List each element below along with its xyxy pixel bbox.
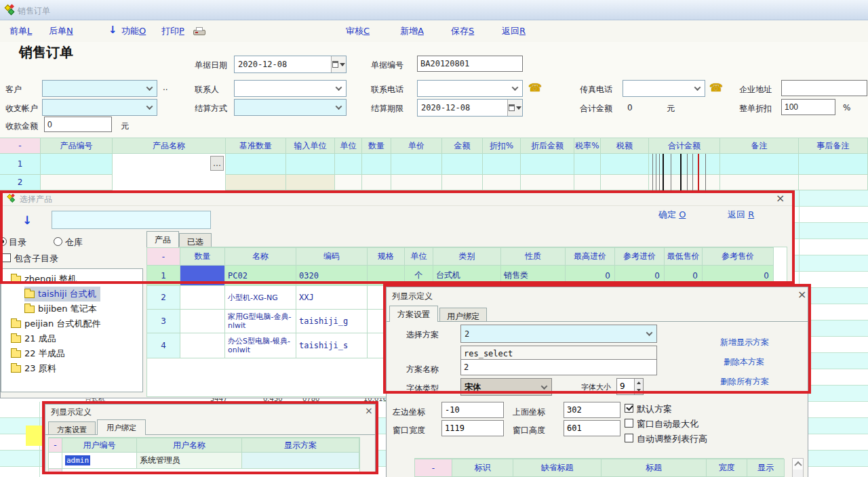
product-code-cell[interactable] xyxy=(41,154,113,175)
left-pos-field[interactable]: -10 xyxy=(441,402,504,418)
product-code-cell[interactable] xyxy=(41,175,113,190)
discounted-amount-cell[interactable] xyxy=(521,175,574,190)
window-titlebar[interactable]: 销售订单 xyxy=(0,0,868,20)
save-button[interactable]: 保存S xyxy=(451,25,474,37)
warehouse-radio[interactable] xyxy=(54,237,62,246)
tree-node-bijiben[interactable]: bijiben 笔记本 xyxy=(24,302,97,316)
tree-node-23[interactable]: 23 原料 xyxy=(11,361,56,376)
auto-maximize-label[interactable]: 窗口自动最大化 xyxy=(637,418,698,430)
calendar-dropdown-button[interactable] xyxy=(507,100,522,116)
name-cell[interactable]: PC02 xyxy=(225,266,296,286)
qty-cell-selected[interactable] xyxy=(180,266,225,286)
grid-header-cell[interactable]: 折扣% xyxy=(483,138,521,154)
base-qty-cell[interactable] xyxy=(226,154,286,175)
price-cell[interactable] xyxy=(391,154,442,175)
grid-header-cell[interactable]: 合计金额 xyxy=(649,138,720,154)
warehouse-radio-label[interactable]: 仓库 xyxy=(65,236,83,249)
font-type-combo[interactable]: 宋体 xyxy=(460,378,552,396)
qty-cell[interactable] xyxy=(362,175,391,190)
grid-header-cell[interactable]: 性质 xyxy=(501,247,566,266)
qty-cell[interactable] xyxy=(180,286,225,310)
grid-header-cell[interactable]: - xyxy=(415,459,452,477)
row-number-cell[interactable]: 3 xyxy=(147,310,180,333)
amount-cell[interactable] xyxy=(442,175,483,190)
ref-buy-cell[interactable]: 0 xyxy=(615,266,665,286)
confirm-link[interactable]: 确定 O xyxy=(658,209,686,221)
grid-header-cell[interactable]: 名称 xyxy=(225,247,296,266)
search-down-arrow-icon[interactable]: ↓ xyxy=(22,213,32,227)
win-width-field[interactable]: 1119 xyxy=(441,420,504,436)
settle-method-select[interactable] xyxy=(234,99,347,116)
grid-header-cell[interactable]: 标题 xyxy=(601,459,707,477)
spinner-buttons[interactable] xyxy=(634,379,643,394)
remark-cell[interactable] xyxy=(720,154,799,175)
scheme-name-field[interactable]: 2 xyxy=(460,359,657,375)
category-cell[interactable]: 台式机 xyxy=(433,266,501,286)
audit-button[interactable]: 审核C xyxy=(346,25,370,37)
post-remark-cell[interactable] xyxy=(799,175,868,190)
close-icon[interactable]: × xyxy=(797,290,806,299)
discount-pct-cell[interactable] xyxy=(483,175,521,190)
delete-scheme-link[interactable]: 删除本方案 xyxy=(724,356,764,368)
row-number-cell[interactable]: 4 xyxy=(147,333,180,358)
calendar-dropdown-button[interactable] xyxy=(331,56,346,72)
discount-pct-cell[interactable] xyxy=(483,154,521,175)
grid-header-cell[interactable]: 最高进价 xyxy=(566,247,615,266)
discounted-amount-cell[interactable] xyxy=(521,154,574,175)
tree-node-21[interactable]: 21 成品 xyxy=(11,331,56,346)
customer-more-button[interactable]: .. xyxy=(163,83,168,92)
down-arrow-icon[interactable]: ↓ xyxy=(108,24,117,36)
remark-cell[interactable] xyxy=(720,175,799,190)
grid-header-cell[interactable]: 数量 xyxy=(180,247,225,266)
tab-selected[interactable]: 已选 xyxy=(179,233,212,247)
return-link[interactable]: 返回 R xyxy=(728,209,754,221)
unit-cell[interactable]: 个 xyxy=(405,266,433,286)
default-scheme-checkbox[interactable] xyxy=(625,404,633,413)
default-scheme-label[interactable]: 默认方案 xyxy=(637,403,672,415)
user-no-cell[interactable]: admin xyxy=(62,453,137,469)
grid-header-cell[interactable]: 单价 xyxy=(391,138,442,154)
grid-header-cell[interactable]: 标识 xyxy=(452,459,513,477)
grid-header-cell[interactable]: 金额 xyxy=(442,138,483,154)
min-sell-cell[interactable]: 0 xyxy=(665,266,703,286)
amount-cell[interactable] xyxy=(442,154,483,175)
phone-select[interactable] xyxy=(417,80,523,97)
add-scheme-link[interactable]: 新增显示方案 xyxy=(720,337,769,348)
nature-cell[interactable]: 销售类 xyxy=(501,266,566,286)
row-number-cell[interactable]: 2 xyxy=(147,286,180,310)
code-cell[interactable]: 0320 xyxy=(296,266,368,286)
grid-header-cell[interactable]: 参考售价 xyxy=(703,247,774,266)
close-icon[interactable]: × xyxy=(365,406,373,415)
row-select-cell[interactable] xyxy=(49,453,62,469)
tab-scheme-settings[interactable]: 方案设置 xyxy=(389,306,438,322)
grid-header-cell[interactable]: 规格 xyxy=(368,247,405,266)
name-cell[interactable]: 小型机-XG-NG xyxy=(225,286,296,310)
row-number-cell[interactable]: 1 xyxy=(147,266,180,286)
user-name-cell[interactable]: 系统管理员 xyxy=(137,453,242,469)
highlighted-cell[interactable] xyxy=(26,426,42,446)
grid-header-cell[interactable]: 用户名称 xyxy=(137,438,242,453)
grid-header-cell[interactable]: 税额 xyxy=(601,138,649,154)
product-search-input[interactable] xyxy=(52,211,211,229)
grid-header-cell[interactable]: 数量 xyxy=(362,138,391,154)
delete-all-schemes-link[interactable]: 删除所有方案 xyxy=(720,376,769,388)
price-cell[interactable] xyxy=(391,175,442,190)
tab-user-bind[interactable]: 用户绑定 xyxy=(439,308,487,322)
phone-icon[interactable]: ☎ xyxy=(528,81,542,94)
tax-cell[interactable] xyxy=(601,154,649,175)
win-height-field[interactable]: 601 xyxy=(564,420,620,436)
name-cell[interactable]: 家用G型电脑-金典-nlwit xyxy=(225,310,296,333)
tax-rate-cell[interactable] xyxy=(574,154,601,175)
close-icon[interactable]: × xyxy=(776,194,785,203)
grid-header-cell[interactable]: 产品编号 xyxy=(41,138,113,154)
catalog-radio-label[interactable]: 目录 xyxy=(9,236,26,249)
scheme-select-combo[interactable]: 2 xyxy=(460,325,657,343)
ref-sell-cell[interactable]: 0 xyxy=(703,266,774,286)
spec-cell[interactable] xyxy=(368,266,405,286)
display-scheme-cell[interactable] xyxy=(242,453,359,469)
doc-no-field[interactable] xyxy=(417,56,523,72)
catalog-radio[interactable] xyxy=(0,237,7,246)
tax-cell[interactable] xyxy=(601,175,649,190)
grid-header-cell[interactable]: 单位 xyxy=(335,138,362,154)
tree-node-peijian[interactable]: peijian 台式机配件 xyxy=(11,316,100,331)
